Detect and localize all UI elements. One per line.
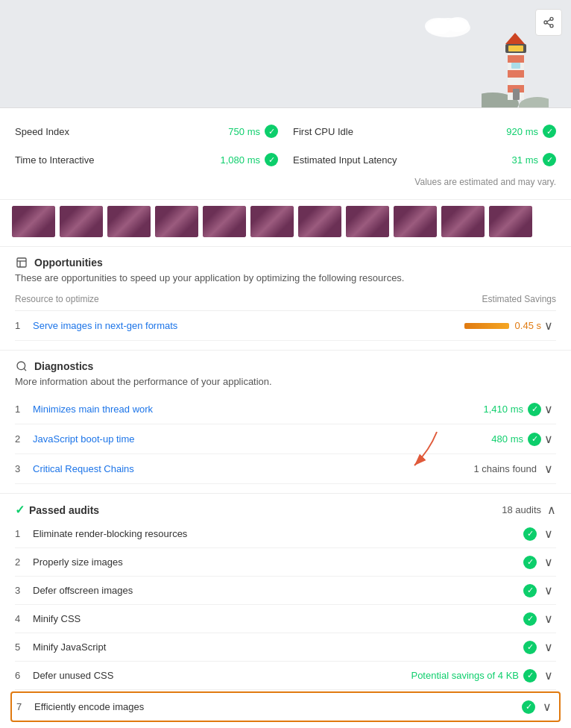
diagnostic-value-3: 1 chains found <box>473 463 537 474</box>
opportunity-expand-1[interactable]: ∨ <box>541 318 556 333</box>
metric-first-cpu-idle-label: First CPU Idle <box>293 126 353 137</box>
audit-right-4: ✓ ∨ <box>523 612 556 626</box>
film-frame-1 <box>12 206 55 237</box>
audit-check-5: ✓ <box>523 641 537 654</box>
diagnostic-value-2: 480 ms <box>491 433 523 445</box>
opportunity-number-1: 1 <box>15 320 33 331</box>
audit-item-7: 7 Efficiently encode images ✓ ∨ <box>10 691 561 722</box>
opportunities-header: Opportunities <box>15 256 556 269</box>
svg-rect-6 <box>508 55 524 63</box>
metric-first-cpu-idle-value-group: 920 ms ✓ <box>506 125 556 138</box>
metric-time-to-interactive-value: 1,080 ms <box>221 154 260 166</box>
audit-label-5: Minify JavaScript <box>33 641 523 653</box>
diagnostic-link-2[interactable]: JavaScript boot-up time <box>33 433 135 445</box>
audit-expand-2[interactable]: ∨ <box>541 555 556 569</box>
film-frame-5 <box>203 206 246 237</box>
audit-number-3: 3 <box>15 585 33 596</box>
col-resource-label: Resource to optimize <box>15 294 99 304</box>
audit-number-2: 2 <box>15 556 33 568</box>
metric-time-to-interactive-value-group: 1,080 ms ✓ <box>221 153 278 166</box>
diagnostic-expand-2[interactable]: ∨ <box>541 432 556 446</box>
audit-right-5: ✓ ∨ <box>523 640 556 654</box>
metric-time-to-interactive: Time to Interactive 1,080 ms ✓ <box>15 148 278 171</box>
diagnostics-header: Diagnostics <box>15 360 556 373</box>
film-frame-8 <box>346 206 389 237</box>
diagnostic-label-1: Minimizes main thread work <box>33 404 484 415</box>
opportunities-section: Opportunities These are opportunities to… <box>0 247 571 351</box>
svg-line-18 <box>547 19 551 22</box>
diagnostic-expand-1[interactable]: ∨ <box>541 402 556 416</box>
svg-rect-19 <box>17 258 26 267</box>
diagnostics-icon <box>15 360 28 373</box>
passed-check-icon: ✓ <box>15 503 25 517</box>
diagnostic-value-1: 1,410 ms <box>484 404 523 415</box>
audit-right-7: ✓ ∨ <box>522 700 555 714</box>
film-frame-6 <box>250 206 294 237</box>
diagnostic-expand-3[interactable]: ∨ <box>541 462 556 476</box>
film-frame-4 <box>155 206 198 237</box>
metrics-grid: Speed Index 750 ms ✓ First CPU Idle 920 … <box>15 120 556 171</box>
diagnostic-link-3[interactable]: Critical Request Chains <box>33 463 134 474</box>
audit-check-1: ✓ <box>523 527 537 541</box>
passed-audits-title: ✓ Passed audits <box>15 503 99 517</box>
diagnostic-link-1[interactable]: Minimizes main thread work <box>33 404 153 415</box>
passed-audits-header: ✓ Passed audits 18 audits ∧ <box>15 503 556 517</box>
svg-rect-13 <box>511 63 520 69</box>
svg-rect-12 <box>513 89 520 100</box>
diagnostics-desc: More information about the performance o… <box>15 376 556 387</box>
audit-right-2: ✓ ∨ <box>523 555 556 569</box>
svg-point-15 <box>544 21 547 24</box>
diagnostic-label-3: Critical Request Chains <box>33 463 473 474</box>
passed-audits-section: ✓ Passed audits 18 audits ∧ 1 Eliminate … <box>0 494 571 728</box>
audit-label-1: Eliminate render-blocking resources <box>33 528 523 539</box>
metric-first-cpu-idle: First CPU Idle 920 ms ✓ <box>293 120 556 142</box>
film-frame-2 <box>60 206 103 237</box>
diagnostic-number-3: 3 <box>15 463 33 474</box>
audit-check-3: ✓ <box>523 584 537 597</box>
audit-label-6: Defer unused CSS <box>33 670 411 681</box>
metrics-section: Speed Index 750 ms ✓ First CPU Idle 920 … <box>0 108 571 200</box>
audit-label-4: Minify CSS <box>33 613 523 624</box>
opportunity-label-1: Serve images in next-gen formats <box>33 320 464 331</box>
svg-point-22 <box>17 362 25 370</box>
filmstrip <box>12 206 559 237</box>
audit-expand-7[interactable]: ∨ <box>540 700 555 714</box>
collapse-button[interactable]: ∧ <box>547 503 556 517</box>
film-frame-10 <box>441 206 485 237</box>
diagnostic-item-1: 1 Minimizes main thread work 1,410 ms ✓ … <box>15 395 556 424</box>
metric-input-latency: Estimated Input Latency 31 ms ✓ <box>293 148 556 171</box>
metric-speed-index-label: Speed Index <box>15 126 69 137</box>
diagnostics-section: Diagnostics More information about the p… <box>0 351 571 494</box>
savings-bar-1 <box>464 323 509 329</box>
audit-item-8: 8 Enable text compression ✓ ∨ <box>15 724 556 728</box>
opportunities-title: Opportunities <box>34 257 103 269</box>
diagnostic-label-2: JavaScript boot-up time <box>33 433 491 445</box>
audit-right-6: Potential savings of 4 KB ✓ ∨ <box>411 668 556 682</box>
metric-input-latency-label: Estimated Input Latency <box>293 154 397 166</box>
audit-expand-4[interactable]: ∨ <box>541 612 556 626</box>
svg-point-14 <box>550 17 553 20</box>
audit-expand-3[interactable]: ∨ <box>541 583 556 597</box>
audit-number-6: 6 <box>15 670 33 681</box>
metric-time-to-interactive-label: Time to Interactive <box>15 154 94 166</box>
audit-item-2: 2 Properly size images ✓ ∨ <box>15 548 556 577</box>
metric-speed-index-check: ✓ <box>265 125 278 138</box>
diagnostic-check-1: ✓ <box>528 403 541 416</box>
opportunity-link-1[interactable]: Serve images in next-gen formats <box>33 320 177 331</box>
audit-expand-6[interactable]: ∨ <box>541 668 556 682</box>
audit-check-2: ✓ <box>523 556 537 569</box>
audit-expand-5[interactable]: ∨ <box>541 640 556 654</box>
svg-line-17 <box>547 23 551 25</box>
audit-expand-1[interactable]: ∨ <box>541 527 556 541</box>
metric-input-latency-check: ✓ <box>543 153 556 166</box>
values-note: Values are estimated and may vary. <box>15 177 556 187</box>
metric-first-cpu-idle-check: ✓ <box>543 125 556 138</box>
svg-point-16 <box>550 25 553 28</box>
audit-number-1: 1 <box>15 528 33 539</box>
metric-speed-index-value: 750 ms <box>228 126 260 137</box>
diagnostic-number-1: 1 <box>15 404 33 415</box>
audit-number-7: 7 <box>16 701 34 712</box>
share-button[interactable] <box>535 9 562 36</box>
audit-right-1: ✓ ∨ <box>523 527 556 541</box>
diagnostic-item-2: 2 JavaScript boot-up time 480 ms ✓ ∨ <box>15 424 556 454</box>
